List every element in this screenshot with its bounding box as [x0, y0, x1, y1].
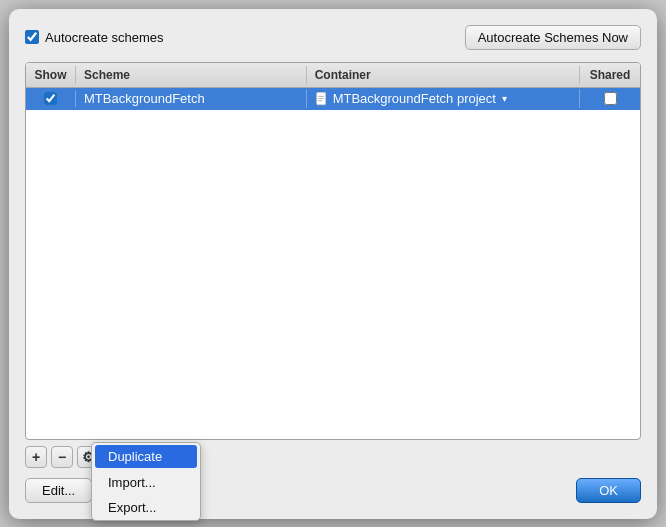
row-show-cell [26, 90, 76, 107]
header-row: Autocreate schemes Autocreate Schemes No… [25, 25, 641, 50]
menu-item-duplicate[interactable]: Duplicate [95, 445, 197, 468]
ok-button[interactable]: OK [576, 478, 641, 503]
table-body: MTBackgroundFetch MTBackgroundFetch proj… [26, 88, 640, 439]
row-container-cell: MTBackgroundFetch project ▾ [307, 89, 580, 108]
autocreate-label: Autocreate schemes [45, 30, 164, 45]
edit-button[interactable]: Edit... [25, 478, 92, 503]
autocreate-checkbox[interactable] [25, 30, 39, 44]
row-show-checkbox[interactable] [44, 92, 57, 105]
dropdown-arrow-icon[interactable]: ▾ [502, 93, 507, 104]
schemes-table: Show Scheme Container Shared MTBackgroun… [25, 62, 641, 440]
row-scheme-cell: MTBackgroundFetch [76, 89, 307, 108]
col-header-container: Container [307, 66, 580, 84]
col-header-shared: Shared [580, 66, 640, 84]
menu-item-import[interactable]: Import... [92, 470, 200, 495]
table-row[interactable]: MTBackgroundFetch MTBackgroundFetch proj… [26, 88, 640, 110]
col-header-scheme: Scheme [76, 66, 307, 84]
remove-button[interactable]: − [51, 446, 73, 468]
menu-item-export[interactable]: Export... [92, 495, 200, 520]
row-shared-cell [580, 90, 640, 107]
autocreate-row: Autocreate schemes [25, 30, 164, 45]
add-button[interactable]: + [25, 446, 47, 468]
context-menu: Duplicate Import... Export... [91, 442, 201, 521]
toolbar-row: + − ⚙ Duplicate Import... Export... [25, 446, 641, 468]
table-header: Show Scheme Container Shared [26, 63, 640, 88]
autocreate-now-button[interactable]: Autocreate Schemes Now [465, 25, 641, 50]
document-icon [315, 92, 329, 106]
col-header-show: Show [26, 66, 76, 84]
row-container-name: MTBackgroundFetch project [333, 91, 496, 106]
row-shared-checkbox[interactable] [604, 92, 617, 105]
dialog: Autocreate schemes Autocreate Schemes No… [9, 9, 657, 519]
